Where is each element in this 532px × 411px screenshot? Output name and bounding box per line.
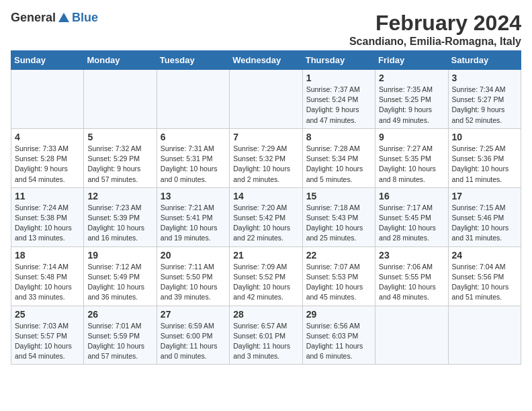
day-info: Sunrise: 7:01 AM Sunset: 5:59 PM Dayligh… xyxy=(87,321,152,362)
calendar-cell: 9Sunrise: 7:27 AM Sunset: 5:35 PM Daylig… xyxy=(375,128,448,187)
calendar-cell xyxy=(230,70,302,129)
calendar-cell: 29Sunrise: 6:56 AM Sunset: 6:03 PM Dayli… xyxy=(302,306,375,365)
calendar-cell: 11Sunrise: 7:24 AM Sunset: 5:38 PM Dayli… xyxy=(11,187,84,246)
calendar-header-row: SundayMondayTuesdayWednesdayThursdayFrid… xyxy=(11,51,521,70)
day-info: Sunrise: 7:37 AM Sunset: 5:24 PM Dayligh… xyxy=(306,85,371,126)
day-number: 12 xyxy=(87,191,152,201)
day-info: Sunrise: 7:20 AM Sunset: 5:42 PM Dayligh… xyxy=(233,203,298,244)
calendar-cell xyxy=(157,70,229,129)
calendar-day-header: Monday xyxy=(84,51,157,70)
calendar-cell: 12Sunrise: 7:23 AM Sunset: 5:39 PM Dayli… xyxy=(84,187,157,246)
calendar-day-header: Friday xyxy=(375,51,448,70)
calendar-week-row: 4Sunrise: 7:33 AM Sunset: 5:28 PM Daylig… xyxy=(11,128,521,187)
day-number: 5 xyxy=(87,132,152,142)
calendar-cell: 23Sunrise: 7:06 AM Sunset: 5:55 PM Dayli… xyxy=(375,246,448,306)
day-info: Sunrise: 7:32 AM Sunset: 5:29 PM Dayligh… xyxy=(87,144,152,185)
day-number: 29 xyxy=(306,309,371,320)
day-info: Sunrise: 7:09 AM Sunset: 5:52 PM Dayligh… xyxy=(233,262,298,303)
calendar-cell: 15Sunrise: 7:18 AM Sunset: 5:43 PM Dayli… xyxy=(302,187,375,246)
day-info: Sunrise: 6:56 AM Sunset: 6:03 PM Dayligh… xyxy=(306,321,371,362)
calendar-cell: 19Sunrise: 7:12 AM Sunset: 5:49 PM Dayli… xyxy=(84,246,157,306)
day-number: 22 xyxy=(306,250,371,261)
day-info: Sunrise: 7:34 AM Sunset: 5:27 PM Dayligh… xyxy=(452,85,517,126)
day-info: Sunrise: 7:12 AM Sunset: 5:49 PM Dayligh… xyxy=(87,262,152,303)
day-number: 14 xyxy=(233,191,298,201)
day-number: 23 xyxy=(379,250,444,261)
day-info: Sunrise: 7:04 AM Sunset: 5:56 PM Dayligh… xyxy=(452,262,517,303)
day-number: 27 xyxy=(161,309,226,320)
day-info: Sunrise: 7:14 AM Sunset: 5:48 PM Dayligh… xyxy=(15,262,80,303)
calendar-cell: 27Sunrise: 6:59 AM Sunset: 6:00 PM Dayli… xyxy=(157,306,229,365)
calendar-cell xyxy=(375,306,448,365)
day-number: 18 xyxy=(15,250,80,261)
calendar-cell: 16Sunrise: 7:17 AM Sunset: 5:45 PM Dayli… xyxy=(375,187,448,246)
day-info: Sunrise: 7:07 AM Sunset: 5:53 PM Dayligh… xyxy=(306,262,371,303)
calendar-cell: 26Sunrise: 7:01 AM Sunset: 5:59 PM Dayli… xyxy=(84,306,157,365)
day-number: 6 xyxy=(161,132,226,142)
page-header: General Blue February 2024 Scandiano, Em… xyxy=(11,11,521,48)
logo: General Blue xyxy=(11,11,98,25)
calendar-day-header: Sunday xyxy=(11,51,84,70)
calendar-cell: 4Sunrise: 7:33 AM Sunset: 5:28 PM Daylig… xyxy=(11,128,84,187)
day-info: Sunrise: 7:03 AM Sunset: 5:57 PM Dayligh… xyxy=(15,321,80,362)
calendar-cell xyxy=(11,70,84,129)
day-info: Sunrise: 7:25 AM Sunset: 5:36 PM Dayligh… xyxy=(452,144,517,185)
day-info: Sunrise: 7:28 AM Sunset: 5:34 PM Dayligh… xyxy=(306,144,371,185)
calendar-cell: 3Sunrise: 7:34 AM Sunset: 5:27 PM Daylig… xyxy=(448,70,521,129)
day-info: Sunrise: 7:35 AM Sunset: 5:25 PM Dayligh… xyxy=(379,85,444,126)
day-info: Sunrise: 7:29 AM Sunset: 5:32 PM Dayligh… xyxy=(233,144,298,185)
calendar-cell: 14Sunrise: 7:20 AM Sunset: 5:42 PM Dayli… xyxy=(230,187,302,246)
logo-general-text: General xyxy=(11,11,56,25)
calendar-day-header: Tuesday xyxy=(157,51,229,70)
day-info: Sunrise: 7:33 AM Sunset: 5:28 PM Dayligh… xyxy=(15,144,80,185)
day-number: 26 xyxy=(87,309,152,320)
day-number: 25 xyxy=(15,309,80,320)
day-number: 21 xyxy=(233,250,298,261)
calendar-day-header: Thursday xyxy=(302,51,375,70)
day-info: Sunrise: 7:06 AM Sunset: 5:55 PM Dayligh… xyxy=(379,262,444,303)
day-number: 11 xyxy=(15,191,80,201)
calendar-cell: 28Sunrise: 6:57 AM Sunset: 6:01 PM Dayli… xyxy=(230,306,302,365)
calendar-week-row: 18Sunrise: 7:14 AM Sunset: 5:48 PM Dayli… xyxy=(11,246,521,306)
calendar-day-header: Saturday xyxy=(448,51,521,70)
day-info: Sunrise: 6:59 AM Sunset: 6:00 PM Dayligh… xyxy=(161,321,226,362)
calendar-cell: 17Sunrise: 7:15 AM Sunset: 5:46 PM Dayli… xyxy=(448,187,521,246)
calendar-week-row: 25Sunrise: 7:03 AM Sunset: 5:57 PM Dayli… xyxy=(11,306,521,365)
title-area: February 2024 Scandiano, Emilia-Romagna,… xyxy=(349,11,521,48)
day-info: Sunrise: 7:17 AM Sunset: 5:45 PM Dayligh… xyxy=(379,203,444,244)
day-number: 16 xyxy=(379,191,444,201)
day-number: 2 xyxy=(379,73,444,83)
day-number: 3 xyxy=(452,73,517,83)
day-info: Sunrise: 7:23 AM Sunset: 5:39 PM Dayligh… xyxy=(87,203,152,244)
day-number: 10 xyxy=(452,132,517,142)
logo-icon xyxy=(57,11,71,25)
calendar-cell xyxy=(84,70,157,129)
calendar-week-row: 1Sunrise: 7:37 AM Sunset: 5:24 PM Daylig… xyxy=(11,70,521,129)
day-number: 24 xyxy=(452,250,517,261)
day-number: 20 xyxy=(161,250,226,261)
calendar-cell: 24Sunrise: 7:04 AM Sunset: 5:56 PM Dayli… xyxy=(448,246,521,306)
day-number: 28 xyxy=(233,309,298,320)
location-title: Scandiano, Emilia-Romagna, Italy xyxy=(349,36,521,48)
calendar-cell: 6Sunrise: 7:31 AM Sunset: 5:31 PM Daylig… xyxy=(157,128,229,187)
calendar-cell: 10Sunrise: 7:25 AM Sunset: 5:36 PM Dayli… xyxy=(448,128,521,187)
day-info: Sunrise: 7:15 AM Sunset: 5:46 PM Dayligh… xyxy=(452,203,517,244)
day-info: Sunrise: 7:27 AM Sunset: 5:35 PM Dayligh… xyxy=(379,144,444,185)
month-title: February 2024 xyxy=(349,11,521,36)
svg-marker-0 xyxy=(58,13,69,22)
day-number: 15 xyxy=(306,191,371,201)
calendar-cell: 21Sunrise: 7:09 AM Sunset: 5:52 PM Dayli… xyxy=(230,246,302,306)
calendar-cell: 25Sunrise: 7:03 AM Sunset: 5:57 PM Dayli… xyxy=(11,306,84,365)
day-info: Sunrise: 7:11 AM Sunset: 5:50 PM Dayligh… xyxy=(161,262,226,303)
calendar-day-header: Wednesday xyxy=(230,51,302,70)
calendar-cell xyxy=(448,306,521,365)
day-info: Sunrise: 6:57 AM Sunset: 6:01 PM Dayligh… xyxy=(233,321,298,362)
logo-blue-text: Blue xyxy=(72,11,98,25)
calendar-cell: 1Sunrise: 7:37 AM Sunset: 5:24 PM Daylig… xyxy=(302,70,375,129)
calendar-cell: 2Sunrise: 7:35 AM Sunset: 5:25 PM Daylig… xyxy=(375,70,448,129)
day-number: 4 xyxy=(15,132,80,142)
calendar-cell: 13Sunrise: 7:21 AM Sunset: 5:41 PM Dayli… xyxy=(157,187,229,246)
day-number: 13 xyxy=(161,191,226,201)
day-number: 1 xyxy=(306,73,371,83)
calendar-week-row: 11Sunrise: 7:24 AM Sunset: 5:38 PM Dayli… xyxy=(11,187,521,246)
